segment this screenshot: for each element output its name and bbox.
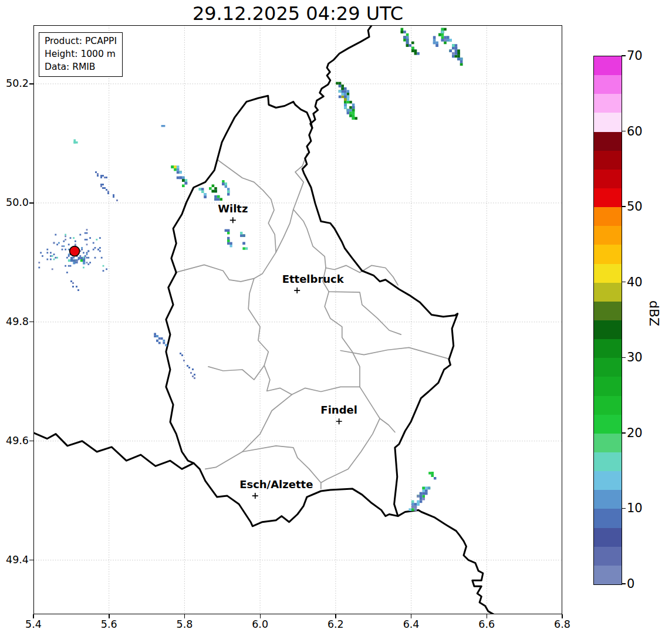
colorbar-band-65-67.5dbz: [594, 75, 622, 94]
city-label: Esch/Alzette: [239, 478, 313, 490]
figure-title: 29.12.2025 04:29 UTC: [33, 2, 562, 25]
y-tick-mark: [29, 322, 33, 322]
colorbar-band-45-47.5dbz: [594, 226, 622, 245]
colorbar-band-17.5-20dbz: [594, 434, 622, 452]
radar-figure: 29.12.2025 04:29 UTC Product: PCAPPI Hei…: [0, 0, 672, 636]
x-tick-label: 6.0: [239, 618, 281, 630]
colorbar-band-30-32.5dbz: [594, 339, 622, 358]
x-tick-mark: [260, 614, 261, 618]
x-tick-mark: [33, 614, 33, 618]
colorbar-tick-mark: [622, 55, 626, 56]
x-tick-mark: [562, 614, 562, 618]
colorbar-tick-label: 70: [627, 48, 643, 63]
colorbar-band-22.5-25dbz: [594, 396, 622, 415]
colorbar-band-12.5-15dbz: [594, 471, 622, 490]
colorbar-band-50-52.5dbz: [594, 188, 622, 207]
x-tick-label: 5.8: [164, 618, 205, 630]
x-tick-label: 6.6: [466, 618, 507, 630]
colorbar-tick-label: 50: [627, 199, 643, 214]
colorbar-tick-mark: [622, 131, 626, 131]
colorbar-tick-mark: [622, 357, 626, 358]
y-tick-mark: [29, 83, 33, 84]
colorbar-band-25-27.5dbz: [594, 377, 622, 395]
y-tick-mark: [29, 441, 33, 441]
info-line-product: Product: PCAPPI: [45, 35, 117, 48]
colorbar-band-40-42.5dbz: [594, 264, 622, 283]
colorbar-band-5-7.5dbz: [594, 528, 622, 547]
colorbar-band-2.5-5dbz: [594, 547, 622, 566]
x-tick-label: 5.4: [13, 618, 54, 630]
y-tick-mark: [29, 202, 33, 203]
colorbar-band-15-17.5dbz: [594, 452, 622, 471]
x-tick-label: 6.2: [315, 618, 356, 630]
info-line-data: Data: RMIB: [45, 60, 117, 73]
plot-frame: [33, 25, 562, 614]
colorbar-tick-mark: [622, 432, 626, 433]
city-label: Findel: [320, 404, 357, 416]
colorbar-band-7.5-10dbz: [594, 509, 622, 527]
colorbar-axis-label: dBZ: [647, 300, 661, 326]
colorbar-band-27.5-30dbz: [594, 358, 622, 377]
x-tick-mark: [335, 614, 336, 618]
colorbar-band-42.5-45dbz: [594, 245, 622, 263]
x-tick-label: 5.6: [89, 618, 130, 630]
info-box: Product: PCAPPI Height: 1000 m Data: RMI…: [39, 32, 123, 77]
colorbar-tick-mark: [622, 206, 626, 207]
colorbar-band-35-37.5dbz: [594, 302, 622, 320]
colorbar-band-37.5-40dbz: [594, 283, 622, 302]
colorbar-tick-mark: [622, 508, 626, 509]
colorbar-band-52.5-55dbz: [594, 170, 622, 188]
city-label: Ettelbruck: [282, 273, 344, 285]
info-line-height: Height: 1000 m: [45, 48, 117, 60]
colorbar-tick-label: 20: [627, 425, 643, 441]
x-tick-label: 6.8: [542, 618, 583, 630]
colorbar-band-20-22.5dbz: [594, 415, 622, 434]
colorbar-band-0-2.5dbz: [594, 566, 622, 584]
colorbar-tick-label: 40: [627, 275, 643, 290]
colorbar-band-57.5-60dbz: [594, 132, 622, 151]
x-tick-mark: [109, 614, 109, 618]
colorbar-tick-label: 10: [627, 500, 643, 516]
colorbar: [593, 56, 622, 585]
colorbar-band-32.5-35dbz: [594, 320, 622, 339]
x-tick-label: 6.4: [391, 618, 432, 630]
colorbar-tick-label: 60: [627, 124, 643, 139]
colorbar-tick-label: 30: [627, 350, 643, 365]
colorbar-band-67.5-70dbz: [594, 56, 622, 75]
y-tick-label: 49.6: [0, 435, 29, 448]
y-tick-label: 50.2: [0, 77, 29, 90]
colorbar-band-55-57.5dbz: [594, 151, 622, 170]
x-tick-mark: [411, 614, 411, 618]
y-tick-label: 50.0: [0, 197, 29, 209]
y-tick-mark: [29, 560, 33, 560]
colorbar-band-60-62.5dbz: [594, 113, 622, 131]
x-tick-mark: [487, 614, 487, 618]
colorbar-band-62.5-65dbz: [594, 94, 622, 113]
y-tick-label: 49.8: [0, 316, 29, 329]
colorbar-tick-mark: [622, 282, 626, 282]
colorbar-band-10-12.5dbz: [594, 490, 622, 509]
y-tick-label: 49.4: [0, 554, 29, 567]
colorbar-tick-mark: [622, 583, 626, 584]
city-label: Wiltz: [218, 202, 248, 215]
colorbar-band-47.5-50dbz: [594, 207, 622, 226]
x-tick-mark: [184, 614, 185, 618]
colorbar-tick-label: 0: [627, 576, 634, 591]
